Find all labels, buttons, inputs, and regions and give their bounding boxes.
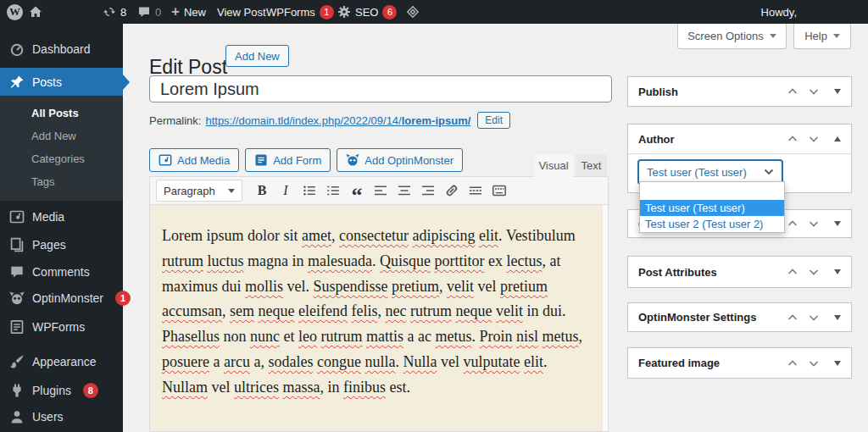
permalink-edit-button[interactable]: Edit (477, 112, 510, 129)
italic-button[interactable]: I (275, 180, 297, 201)
move-up-icon[interactable] (787, 218, 798, 230)
sidebar-item-appearance[interactable]: Appearance (0, 350, 123, 374)
screen-options-button[interactable]: Screen Options (677, 24, 787, 49)
bulleted-list-button[interactable] (298, 180, 320, 201)
tab-visual[interactable]: Visual (534, 154, 573, 177)
add-optinmonster-button[interactable]: Add OptinMonster (337, 148, 463, 172)
new-content-menu[interactable]: + New (171, 0, 206, 24)
panel-toggle-icon[interactable] (834, 89, 841, 94)
align-left-button[interactable] (370, 180, 392, 201)
paintbrush-icon (9, 354, 25, 369)
author-option-selected[interactable]: Test user (Test user) (640, 200, 784, 216)
post-attributes-panel: Post Attributes (627, 256, 852, 288)
help-label: Help (804, 30, 827, 42)
admin-bar: W 8 0 + New View Post WPForms 1 SEO 6 (0, 0, 868, 24)
sidebar-item-posts[interactable]: Posts (0, 68, 123, 96)
view-post-menu[interactable]: View Post (217, 0, 266, 24)
new-label: New (184, 6, 206, 19)
permalink-url-link[interactable]: https://domain.tld/index.php/2022/09/14/… (205, 114, 470, 127)
sidebar-item-users[interactable]: Users (0, 405, 123, 429)
howdy-label: Howdy, (761, 6, 797, 19)
home-icon (29, 5, 42, 19)
sidebar-item-label: Users (32, 410, 64, 424)
move-down-icon[interactable] (808, 266, 820, 278)
bold-button[interactable]: B (251, 180, 273, 201)
submenu-item-categories[interactable]: Categories (0, 147, 123, 170)
wordpress-logo-menu[interactable]: W (7, 0, 23, 24)
sidebar-item-wpforms[interactable]: WPForms (0, 315, 123, 339)
submenu-item-tags[interactable]: Tags (0, 170, 123, 193)
wpforms-label: WPForms (266, 6, 315, 19)
read-more-tag-button[interactable] (465, 180, 487, 201)
sidebar-item-comments[interactable]: Comments (0, 260, 123, 284)
featured-image-panel: Featured image (627, 347, 852, 379)
editor-toolbar: Paragraph B I “ (150, 177, 608, 205)
insert-link-button[interactable] (441, 180, 463, 201)
site-home-menu[interactable] (29, 0, 42, 24)
toolbar-toggle-button[interactable] (488, 180, 510, 201)
classic-editor: Paragraph B I “ (149, 176, 609, 432)
panel-toggle-icon[interactable] (834, 136, 841, 141)
align-center-button[interactable] (393, 180, 415, 201)
align-center-icon (397, 183, 412, 198)
post-title-input[interactable] (149, 75, 612, 102)
sidebar-item-optinmonster[interactable]: OptinMonster 1 (0, 286, 123, 310)
move-down-icon[interactable] (808, 86, 820, 97)
sidebar-item-label: Media (32, 210, 64, 224)
move-up-icon[interactable] (787, 266, 798, 278)
view-post-label: View Post (217, 6, 266, 19)
sidebar-item-dashboard[interactable]: Dashboard (0, 37, 123, 61)
sidebar-item-label: OptinMonster (32, 291, 103, 305)
move-down-icon[interactable] (808, 312, 820, 324)
optinmonster-settings-panel-header[interactable]: OptinMonster Settings (628, 303, 851, 331)
paragraph-format-select[interactable]: Paragraph (156, 180, 242, 202)
move-down-icon[interactable] (808, 133, 820, 145)
author-select[interactable]: Test user (Test user) (638, 160, 782, 184)
permalink-slug: lorem-ipsum/ (402, 114, 471, 127)
publish-panel-header[interactable]: Publish (628, 77, 851, 106)
editor-scrollbar[interactable] (602, 205, 608, 431)
author-panel-header[interactable]: Author (628, 125, 851, 154)
add-form-button[interactable]: Add Form (245, 148, 331, 172)
panel-toggle-icon[interactable] (834, 361, 841, 366)
help-button[interactable]: Help (793, 24, 851, 49)
blockquote-button[interactable]: “ (346, 175, 368, 206)
move-up-icon[interactable] (787, 357, 798, 369)
wpforms-adminbar-menu[interactable]: WPForms 1 (266, 0, 334, 24)
tab-text[interactable]: Text (576, 154, 607, 176)
theme-builder-adminbar-menu[interactable] (406, 0, 420, 24)
panel-toggle-icon[interactable] (834, 269, 841, 274)
move-down-icon[interactable] (808, 218, 820, 230)
add-new-button[interactable]: Add New (225, 45, 289, 67)
panel-toggle-icon[interactable] (834, 221, 841, 226)
sidebar-item-media[interactable]: Media (0, 205, 123, 229)
updates-menu[interactable]: 8 (103, 0, 126, 24)
seo-adminbar-menu[interactable]: SEO 6 (337, 0, 397, 24)
post-attributes-panel-header[interactable]: Post Attributes (628, 257, 851, 287)
add-form-icon (254, 153, 268, 167)
editor-media-buttons: Add Media Add Form Add OptinMonster (149, 148, 463, 172)
add-media-button[interactable]: Add Media (149, 148, 239, 172)
comments-menu[interactable]: 0 (137, 0, 161, 24)
author-option[interactable]: Test user 2 (Test user 2) (640, 216, 784, 232)
sidebar-item-label: Posts (32, 75, 62, 89)
howdy-account-menu[interactable]: Howdy, (761, 0, 797, 24)
comments-count: 0 (155, 6, 161, 19)
numbered-list-button[interactable] (322, 180, 344, 201)
sidebar-item-plugins[interactable]: Plugins 8 (0, 379, 123, 402)
move-up-icon[interactable] (787, 133, 798, 145)
move-up-icon[interactable] (787, 312, 798, 324)
panel-toggle-icon[interactable] (834, 315, 841, 320)
add-form-label: Add Form (273, 154, 321, 167)
sidebar-item-label: Comments (32, 265, 90, 279)
submenu-item-all-posts[interactable]: All Posts (0, 102, 123, 125)
move-up-icon[interactable] (787, 86, 798, 97)
editor-content-text[interactable]: Lorem ipsum dolor sit amet, consectetur … (150, 205, 602, 431)
featured-image-panel-header[interactable]: Featured image (628, 348, 851, 378)
submenu-item-add-new[interactable]: Add New (0, 125, 123, 147)
move-down-icon[interactable] (808, 357, 820, 369)
optinmonster-icon (9, 291, 25, 306)
sidebar-item-pages[interactable]: Pages (0, 233, 123, 257)
seo-badge: 6 (382, 5, 397, 19)
align-right-button[interactable] (417, 180, 439, 201)
